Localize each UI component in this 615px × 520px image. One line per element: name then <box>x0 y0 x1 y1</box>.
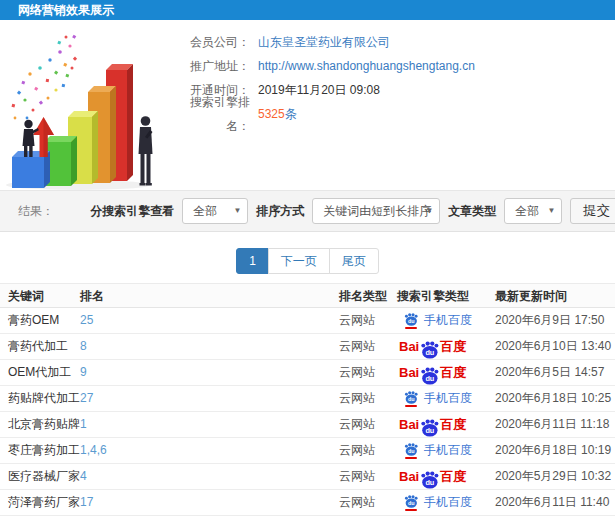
rank-link[interactable]: 9 <box>80 365 87 379</box>
page-last-button[interactable]: 尾页 <box>329 248 379 274</box>
site-row: 推广地址： http://www.shandonghuangshengtang.… <box>176 54 475 78</box>
summary-section: 会员公司： 山东皇圣堂药业有限公司 推广地址： http://www.shand… <box>0 20 615 190</box>
rank-link[interactable]: 17 <box>80 495 93 509</box>
engine-select[interactable]: 全部 ▼ <box>182 198 248 224</box>
rank-type-cell: 云网站 <box>339 438 397 463</box>
svg-text:du: du <box>408 448 415 454</box>
rank-type-cell: 云网站 <box>339 490 397 515</box>
table-row: 医疗器械厂家 4 云网站 Bai du 百度 2020年5月29日 10:32 <box>0 464 615 490</box>
updated-cell: 2020年6月11日 11:40 <box>495 490 615 515</box>
table-row: 膏药代加工 8 云网站 Bai du 百度 2020年6月10日 13:40 <box>0 334 615 360</box>
table-row: 枣庄膏药加工 1,4,6 云网站 du 手机百度 <box>0 438 615 464</box>
rank-type-cell: 云网站 <box>339 334 397 359</box>
keyword-cell: 药贴牌代加工 <box>0 386 80 411</box>
chevron-down-icon: ▼ <box>233 199 241 223</box>
rank-unit[interactable]: 条 <box>285 102 297 126</box>
rank-type-cell: 云网站 <box>339 412 397 437</box>
sort-select[interactable]: 关键词由短到长排序 ▼ <box>312 198 440 224</box>
svg-text:du: du <box>408 318 415 324</box>
keyword-cell: 菏泽膏药厂家 <box>0 490 80 515</box>
header-updated: 最新更新时间 <box>495 284 615 307</box>
engine-cell: Bai du 百度 <box>397 412 495 437</box>
sort-select-value: 关键词由短到长排序 <box>323 204 431 218</box>
svg-text:du: du <box>426 426 435 435</box>
page-title: 网络营销效果展示 <box>18 3 114 17</box>
table-row: 北京膏药贴牌 1 云网站 Bai du 百度 2020年6月11日 11:18 <box>0 412 615 438</box>
filter-bar: 结果： 分搜索引擎查看 全部 ▼ 排序方式 关键词由短到长排序 ▼ 文章类型 全… <box>0 190 615 232</box>
mobile-baidu-label: 手机百度 <box>424 438 472 463</box>
header-engine-type: 搜索引擎类型 <box>397 284 495 307</box>
rank-label: 搜索引擎排名： <box>176 90 250 138</box>
site-url-link[interactable]: http://www.shandonghuangshengtang.cn <box>258 54 475 78</box>
header-rank: 排名 <box>80 284 339 307</box>
engine-cell: du 手机百度 <box>397 490 495 515</box>
baidu-logo-icon: Bai du 百度 <box>399 334 466 359</box>
engine-filter-label: 分搜索引擎查看 <box>90 203 174 220</box>
submit-button[interactable]: 提交 <box>570 198 615 224</box>
mobile-baidu-label: 手机百度 <box>424 386 472 411</box>
mobile-baidu-icon: du 手机百度 <box>404 308 472 333</box>
table-row: 膏药OEM 25 云网站 du 手机百度 <box>0 308 615 334</box>
result-section-label: 结果： <box>18 191 54 231</box>
businessman-right <box>139 116 153 185</box>
rank-type-cell: 云网站 <box>339 464 397 489</box>
rank-row: 搜索引擎排名： 5325条 <box>176 102 475 126</box>
sort-filter-label: 排序方式 <box>256 203 304 220</box>
pagination: 1 下一页 尾页 <box>0 248 615 274</box>
confetti-dots <box>12 35 78 120</box>
mobile-baidu-icon: du 手机百度 <box>404 438 472 463</box>
header-rank-type: 排名类型 <box>339 284 397 307</box>
mobile-baidu-icon: du 手机百度 <box>404 386 472 411</box>
updated-cell: 2020年6月11日 11:18 <box>495 412 615 437</box>
svg-text:du: du <box>408 396 415 402</box>
company-link[interactable]: 山东皇圣堂药业有限公司 <box>258 30 390 54</box>
rank-link[interactable]: 27 <box>80 391 93 405</box>
growth-chart-illustration <box>0 30 190 190</box>
keyword-cell: 膏药代加工 <box>0 334 80 359</box>
baidu-cn-text: 百度 <box>440 360 466 385</box>
baidu-paw-icon: du <box>404 443 418 456</box>
svg-text:du: du <box>426 478 435 487</box>
article-type-label: 文章类型 <box>448 203 496 220</box>
baidu-cn-text: 百度 <box>440 412 466 437</box>
page-next-button[interactable]: 下一页 <box>268 248 330 274</box>
engine-cell: Bai du 百度 <box>397 334 495 359</box>
article-type-select[interactable]: 全部 ▼ <box>504 198 562 224</box>
opened-value: 2019年11月20日 09:08 <box>258 78 380 102</box>
rank-type-cell: 云网站 <box>339 308 397 333</box>
rank-link[interactable]: 25 <box>80 313 93 327</box>
keyword-cell: 医疗器械厂家 <box>0 464 80 489</box>
table-row: 药贴牌代加工 27 云网站 du 手机百度 <box>0 386 615 412</box>
baidu-paw-icon: du <box>420 367 439 385</box>
baidu-paw-icon: du <box>404 495 418 508</box>
rank-type-cell: 云网站 <box>339 386 397 411</box>
table-body: 膏药OEM 25 云网站 du 手机百度 <box>0 308 615 516</box>
baidu-bai-text: Bai <box>399 334 419 359</box>
page-current-button[interactable]: 1 <box>236 248 269 274</box>
baidu-paw-icon: du <box>420 341 439 359</box>
baidu-logo-icon: Bai du 百度 <box>399 464 466 489</box>
table-header-row: 关键词 排名 排名类型 搜索引擎类型 最新更新时间 <box>0 283 615 308</box>
engine-cell: Bai du 百度 <box>397 360 495 385</box>
updated-cell: 2020年6月5日 14:57 <box>495 360 615 385</box>
rank-count[interactable]: 5325 <box>258 102 285 126</box>
baidu-paw-icon: du <box>420 471 439 489</box>
rank-link[interactable]: 1 <box>80 417 87 431</box>
mobile-baidu-icon: du 手机百度 <box>404 490 472 515</box>
baidu-paw-icon: du <box>404 391 418 404</box>
rank-link[interactable]: 1,4,6 <box>80 443 107 457</box>
keyword-cell: 膏药OEM <box>0 308 80 333</box>
engine-cell: du 手机百度 <box>397 386 495 411</box>
baidu-logo-icon: Bai du 百度 <box>399 412 466 437</box>
filter-controls: 分搜索引擎查看 全部 ▼ 排序方式 关键词由短到长排序 ▼ 文章类型 全部 ▼ … <box>90 191 615 231</box>
engine-select-value: 全部 <box>193 204 217 218</box>
keyword-cell: 北京膏药贴牌 <box>0 412 80 437</box>
engine-cell: Bai du 百度 <box>397 464 495 489</box>
member-info: 会员公司： 山东皇圣堂药业有限公司 推广地址： http://www.shand… <box>176 30 475 126</box>
rank-link[interactable]: 8 <box>80 339 87 353</box>
keyword-cell: OEM代加工 <box>0 360 80 385</box>
baidu-bai-text: Bai <box>399 412 419 437</box>
rank-link[interactable]: 4 <box>80 469 87 483</box>
baidu-paw-icon: du <box>404 313 418 326</box>
baidu-paw-icon: du <box>420 419 439 437</box>
